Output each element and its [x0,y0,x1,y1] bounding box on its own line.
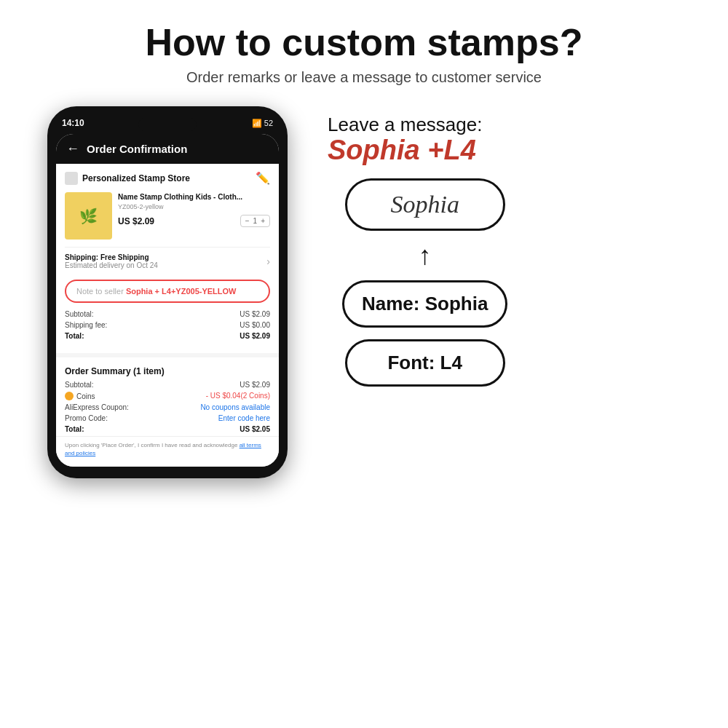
shipping-fee-label: Shipping fee: [65,321,107,329]
phone-screen: ← Order Confirmation Personalized Stamp … [56,134,279,466]
stamp-name-script: Sophia [390,191,459,218]
subtotal-label: Subtotal: [65,310,93,318]
up-arrow: ↑ [419,242,432,269]
total-label: Total: [65,332,84,340]
product-row: 🌿 Name Stamp Clothing Kids - Cloth... YZ… [65,192,270,240]
qty-minus[interactable]: − [245,217,250,225]
note-to-seller-box[interactable]: Note to seller Sophia + L4+YZ005-YELLOW [65,280,270,303]
subtotals-section: Subtotal: US $2.09 Shipping fee: US $0.0… [65,307,270,346]
qty-plus[interactable]: + [261,217,265,225]
coupon-value: No coupons available [200,403,270,411]
edit-icon[interactable]: ✏️ [256,171,270,185]
promo-value: Enter code here [218,414,270,422]
summary-subtotal-label: Subtotal: [65,381,93,389]
store-name: Personalized Stamp Store [82,173,190,183]
note-placeholder: Note to seller [76,287,124,296]
phone-status-bar: 14:10 📶 52 [56,118,279,134]
message-value: Sophia +L4 [328,136,482,164]
summary-inner: Subtotal: US $2.09 Coins - US $0.04(2 Co… [56,381,279,433]
summary-total-row: Total: US $2.05 [65,425,270,433]
promo-row: Promo Code: Enter code here [65,414,270,422]
summary-total-label: Total: [65,425,84,433]
shipping-date: Estimated delivery on Oct 24 [65,261,158,269]
coupon-row: AliExpress Coupon: No coupons available [65,403,270,411]
subtotal-value: US $2.09 [240,310,270,318]
order-summary-title: Order Summary (1 item) [56,362,279,376]
qty-control[interactable]: − 1 + [240,215,270,227]
stamp-preview-box: Sophia [345,178,505,231]
product-sku: YZ005-2-yellow [118,203,270,210]
content-row: 14:10 📶 52 ← Order Confirmation [29,106,699,478]
shipping-fee-row: Shipping fee: US $0.00 [65,321,270,329]
name-label: Name: Sophia [362,293,488,314]
shipping-info: Shipping: Free Shipping Estimated delive… [65,253,158,269]
store-icon [65,172,78,185]
name-input-box[interactable]: Name: Sophia [342,280,507,328]
font-input-box[interactable]: Font: L4 [345,339,505,387]
coin-icon [65,392,74,400]
coupon-label: AliExpress Coupon: [65,403,129,411]
screen-title: Order Confirmation [87,143,187,155]
note-highlight-text: Sophia + L4+YZ005-YELLOW [126,287,237,296]
coins-value: - US $0.04(2 Coins) [206,392,270,400]
app-header: ← Order Confirmation [56,134,279,164]
back-button[interactable]: ← [66,141,79,157]
right-panel: Leave a message: Sophia +L4 Sophia ↑ Nam… [328,106,699,387]
phone: 14:10 📶 52 ← Order Confirmation [47,106,288,478]
shipping-fee-value: US $0.00 [240,321,270,329]
coins-label: Coins [76,392,95,400]
shipping-row: Shipping: Free Shipping Estimated delive… [65,247,270,275]
order-summary-section: Order Summary (1 item) Subtotal: US $2.0… [56,353,279,466]
product-image: 🌿 [65,192,112,240]
product-price: US $2.09 [118,216,154,226]
phone-notch [138,118,197,131]
coins-row: Coins - US $0.04(2 Coins) [65,392,270,400]
right-items: Sophia ↑ Name: Sophia Font: L4 [342,178,507,387]
leave-message-section: Leave a message: Sophia +L4 [328,114,482,164]
phone-time: 14:10 [62,118,84,128]
font-label: Font: L4 [387,352,462,373]
order-content: Personalized Stamp Store ✏️ 🌿 Name Stamp… [56,164,279,353]
product-name: Name Stamp Clothing Kids - Cloth... [118,192,270,202]
leave-message-title: Leave a message: [328,114,482,136]
qty-value: 1 [253,217,258,225]
coins-left: Coins [65,392,95,400]
main-title: How to custom stamps? [146,22,583,63]
phone-wrapper: 14:10 📶 52 ← Order Confirmation [29,106,306,478]
summary-subtotal-row: Subtotal: US $2.09 [65,381,270,389]
subtotal-row: Subtotal: US $2.09 [65,310,270,318]
total-value: US $2.09 [240,332,270,340]
summary-subtotal-value: US $2.09 [240,381,270,389]
place-order-disclaimer: Upon clicking 'Place Order', I confirm I… [56,436,279,462]
subtitle: Order remarks or leave a message to cust… [186,69,542,86]
summary-total-value: US $2.05 [240,425,270,433]
total-row: Total: US $2.09 [65,332,270,340]
page-container: How to custom stamps? Order remarks or l… [0,0,728,728]
product-price-row: US $2.09 − 1 + [118,215,270,227]
store-info: Personalized Stamp Store [65,172,190,185]
shipping-arrow[interactable]: › [266,256,270,267]
promo-label: Promo Code: [65,414,108,422]
store-row: Personalized Stamp Store ✏️ [65,171,270,185]
shipping-title: Shipping: Free Shipping [65,253,158,261]
phone-signal: 📶 52 [252,119,273,128]
product-info: Name Stamp Clothing Kids - Cloth... YZ00… [118,192,270,240]
